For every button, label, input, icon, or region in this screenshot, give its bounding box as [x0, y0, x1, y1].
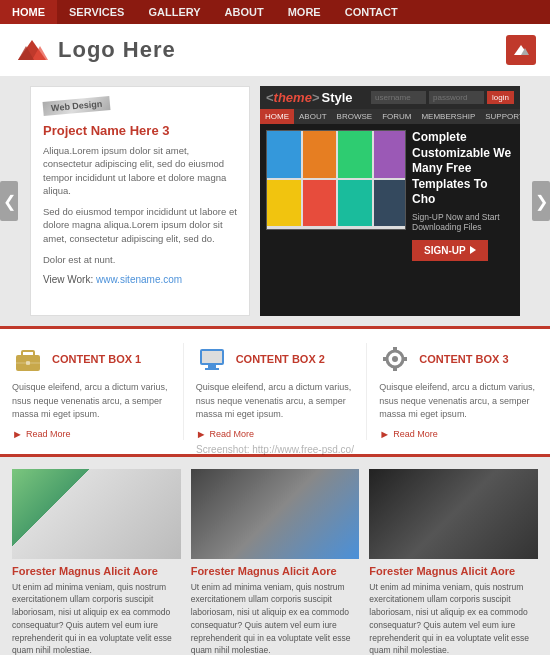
view-work: View Work: www.sitename.com [43, 274, 237, 285]
blog-image-1 [12, 469, 181, 559]
content-boxes-section: CONTENT BOX 1 Quisque eleifend, arcu a d… [0, 326, 550, 454]
content-box-3-title: CONTENT BOX 3 [419, 353, 508, 365]
slide-inputs: login [371, 91, 514, 104]
nav-contact[interactable]: CONTACT [333, 0, 410, 24]
nav-about[interactable]: ABOUT [213, 0, 276, 24]
signup-button[interactable]: SIGN-UP [412, 240, 488, 261]
nav-gallery[interactable]: GALLERY [136, 0, 212, 24]
collage-item [303, 131, 337, 178]
slide-nav-support[interactable]: SUPPORT [480, 109, 520, 124]
content-box-2-read-more[interactable]: ► Read More [196, 428, 355, 440]
svg-rect-10 [202, 351, 222, 363]
slide-screenshot [266, 130, 406, 230]
content-box-2-text: Quisque eleifend, arcu a dictum varius, … [196, 381, 355, 422]
nav-services[interactable]: SERVICES [57, 0, 136, 24]
view-work-link[interactable]: www.sitename.com [96, 274, 182, 285]
content-box-1: CONTENT BOX 1 Quisque eleifend, arcu a d… [12, 343, 171, 440]
password-input[interactable] [429, 91, 484, 104]
content-box-1-read-more[interactable]: ► Read More [12, 428, 171, 440]
theme-logo: <theme>Style [266, 90, 353, 105]
slide-subtext: Sign-UP Now and Start Downloading Files [412, 212, 514, 232]
collage-item [374, 180, 407, 227]
blog-section: Forester Magnus Alicit Aore Ut enim ad m… [0, 454, 550, 656]
nav-more[interactable]: MORE [276, 0, 333, 24]
collage-item [267, 131, 301, 178]
read-more-arrow-icon: ► [379, 428, 390, 440]
slide-nav-forum[interactable]: FORUM [377, 109, 416, 124]
briefcase-icon [12, 343, 44, 375]
slide-headline: Complete Customizable We Many Free Templ… [412, 130, 514, 208]
content-box-2: CONTENT BOX 2 Quisque eleifend, arcu a d… [196, 343, 355, 440]
divider [183, 343, 184, 440]
svg-point-14 [392, 356, 398, 362]
slide-right-panel: <theme>Style login HOME ABOUT BROWSE FOR… [260, 86, 520, 316]
header-badge [506, 35, 536, 65]
svg-rect-18 [402, 357, 407, 361]
login-button[interactable]: login [487, 91, 514, 104]
blog-title-1: Forester Magnus Alicit Aore [12, 565, 181, 577]
slide-title: Project Name Here 3 [43, 123, 237, 138]
blog-item-1: Forester Magnus Alicit Aore Ut enim ad m… [12, 469, 181, 656]
divider [366, 343, 367, 440]
collage-item [303, 180, 337, 227]
blog-text-2: Ut enim ad minima veniam, quis nostrum e… [191, 581, 360, 656]
monitor-icon [196, 343, 228, 375]
signup-arrow-icon [470, 246, 476, 254]
blog-title-3: Forester Magnus Alicit Aore [369, 565, 538, 577]
collage-item [338, 180, 372, 227]
theme-bar: <theme>Style login [260, 86, 520, 109]
nav-home[interactable]: HOME [0, 0, 57, 24]
svg-rect-6 [22, 351, 34, 357]
svg-rect-17 [383, 357, 388, 361]
slider-content: Web Design Project Name Here 3 Aliqua.Lo… [30, 86, 520, 316]
blog-item-2: Forester Magnus Alicit Aore Ut enim ad m… [191, 469, 360, 656]
slide-body: Complete Customizable We Many Free Templ… [260, 124, 520, 267]
screenshot-collage [267, 131, 406, 226]
content-box-3-header: CONTENT BOX 3 [379, 343, 538, 375]
collage-item [267, 180, 301, 227]
main-nav: HOME SERVICES GALLERY ABOUT MORE CONTACT [0, 0, 550, 24]
read-more-arrow-icon: ► [196, 428, 207, 440]
gear-icon [379, 343, 411, 375]
logo-icon [14, 32, 50, 68]
slide-para2: Sed do eiusmod tempor incididunt ut labo… [43, 205, 237, 245]
svg-rect-12 [205, 368, 219, 370]
slider-prev-button[interactable]: ❮ [0, 181, 18, 221]
svg-rect-16 [393, 366, 397, 371]
slide-nav-about[interactable]: ABOUT [294, 109, 332, 124]
nav-bar: HOME SERVICES GALLERY ABOUT MORE CONTACT [0, 0, 550, 24]
content-box-3-read-more[interactable]: ► Read More [379, 428, 538, 440]
view-work-label: View Work: [43, 274, 93, 285]
content-box-1-text: Quisque eleifend, arcu a dictum varius, … [12, 381, 171, 422]
content-box-3: CONTENT BOX 3 Quisque eleifend, arcu a d… [379, 343, 538, 440]
logo-area: Logo Here [14, 32, 176, 68]
slide-nav-home[interactable]: HOME [260, 109, 294, 124]
slide-right-text: Complete Customizable We Many Free Templ… [412, 130, 514, 261]
content-box-2-title: CONTENT BOX 2 [236, 353, 325, 365]
content-box-1-title: CONTENT BOX 1 [52, 353, 141, 365]
ribbon-badge: Web Design [43, 96, 111, 116]
username-input[interactable] [371, 91, 426, 104]
site-header: Logo Here [0, 24, 550, 76]
blog-text-3: Ut enim ad minima veniam, quis nostrum e… [369, 581, 538, 656]
blog-image-3 [369, 469, 538, 559]
content-box-2-header: CONTENT BOX 2 [196, 343, 355, 375]
blog-item-3: Forester Magnus Alicit Aore Ut enim ad m… [369, 469, 538, 656]
collage-item [374, 131, 407, 178]
svg-rect-11 [208, 365, 216, 368]
logo-text: Logo Here [58, 37, 176, 63]
slide-nav: HOME ABOUT BROWSE FORUM MEMBERSHIP SUPPO… [260, 109, 520, 124]
slider-section: ❮ Web Design Project Name Here 3 Aliqua.… [0, 76, 550, 326]
collage-item [338, 131, 372, 178]
slider-next-button[interactable]: ❯ [532, 181, 550, 221]
blog-title-2: Forester Magnus Alicit Aore [191, 565, 360, 577]
content-box-1-header: CONTENT BOX 1 [12, 343, 171, 375]
slide-nav-browse[interactable]: BROWSE [332, 109, 378, 124]
read-more-arrow-icon: ► [12, 428, 23, 440]
slide-left-panel: Web Design Project Name Here 3 Aliqua.Lo… [30, 86, 250, 316]
content-box-3-text: Quisque eleifend, arcu a dictum varius, … [379, 381, 538, 422]
ribbon: Web Design [43, 99, 237, 117]
slide-para1: Aliqua.Lorem ipsum dolor sit amet, conse… [43, 144, 237, 197]
svg-rect-15 [393, 347, 397, 352]
slide-nav-membership[interactable]: MEMBERSHIP [416, 109, 480, 124]
